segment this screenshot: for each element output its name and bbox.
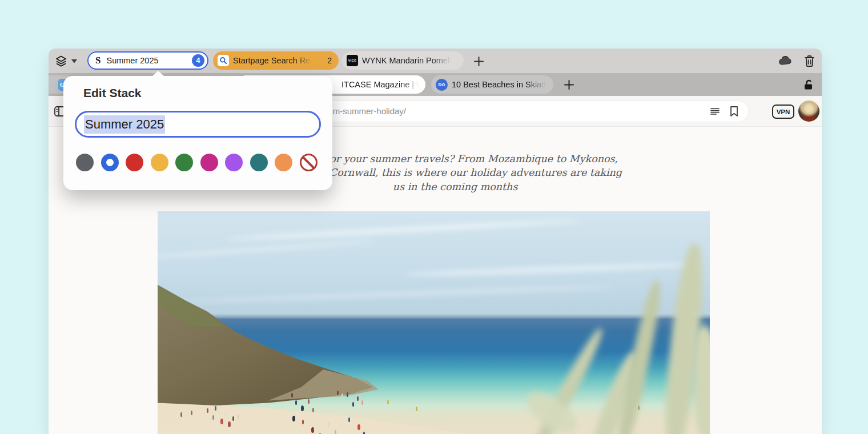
- plus-icon: [474, 57, 484, 66]
- cloud-streak: [226, 218, 580, 242]
- color-swatch-red[interactable]: [126, 154, 143, 171]
- tab-bar: S Summer 2025 4 Startpage Search Resu 2 …: [49, 49, 822, 73]
- startpage-favicon: [218, 55, 229, 66]
- suitcase-s-favicon: S: [95, 55, 101, 66]
- stack-color-picker: [76, 154, 318, 171]
- color-swatch-blue[interactable]: [101, 154, 119, 171]
- new-tab-in-stack-button[interactable]: [561, 77, 576, 92]
- tab-best-beaches-skiathos[interactable]: DG 10 Best Beaches in Skiatho: [431, 75, 553, 94]
- startpage-tab-title: Startpage Search Resu: [233, 56, 314, 65]
- startpage-tab-count: 2: [327, 56, 332, 65]
- url-text: eam-summer-holiday/: [323, 101, 406, 122]
- beach-photo: [158, 211, 710, 434]
- suitcase-tab-title: ITCASE Magazine | Whe: [341, 80, 421, 89]
- beaches-tab-title: 10 Best Beaches in Skiatho: [452, 80, 549, 89]
- tab-startpage-search[interactable]: Startpage Search Resu 2: [213, 51, 339, 70]
- profile-avatar[interactable]: [798, 101, 819, 122]
- wynk-tab-title: WYNK Mandarin Pomelo T: [362, 56, 453, 65]
- stack-count-badge: 4: [192, 54, 204, 67]
- new-tab-button[interactable]: [471, 54, 486, 69]
- color-swatch-green[interactable]: [175, 154, 193, 171]
- trash-icon[interactable]: [803, 54, 818, 69]
- plus-icon: [564, 80, 574, 90]
- tab-stack-summer-2025[interactable]: S Summer 2025 4: [87, 51, 208, 70]
- color-swatch-none[interactable]: [300, 154, 318, 171]
- color-swatch-gray[interactable]: [76, 154, 94, 171]
- bookmark-icon[interactable]: [729, 106, 740, 117]
- popup-arrow: [152, 71, 164, 76]
- popup-title: Edit Stack: [83, 86, 142, 100]
- beach-people: [158, 211, 159, 216]
- tab-wynk-article[interactable]: VICE WYNK Mandarin Pomelo T: [342, 51, 464, 70]
- edit-stack-popup: Edit Stack Summer 2025: [63, 76, 332, 190]
- vice-favicon: VICE: [347, 55, 358, 66]
- color-swatch-teal[interactable]: [250, 154, 268, 171]
- stack-name-input[interactable]: Summer 2025: [75, 111, 321, 138]
- search-icon: [219, 57, 227, 65]
- vpn-badge[interactable]: VPN: [772, 105, 794, 119]
- color-swatch-magenta[interactable]: [200, 154, 218, 171]
- color-swatch-purple[interactable]: [225, 154, 243, 171]
- unlock-icon[interactable]: [802, 79, 814, 91]
- color-swatch-amber[interactable]: [151, 154, 168, 171]
- selected-input-text: Summer 2025: [84, 115, 165, 134]
- layers-icon: [54, 54, 68, 68]
- cloud-streak: [403, 261, 700, 278]
- tab-stack-menu-button[interactable]: [54, 53, 83, 69]
- sync-cloud-icon[interactable]: [778, 54, 793, 69]
- dg-favicon: DG: [436, 79, 448, 91]
- cloud-streak: [158, 239, 375, 260]
- reader-view-icon[interactable]: [709, 106, 721, 117]
- color-swatch-orange[interactable]: [275, 154, 292, 171]
- cloud-streak: [180, 284, 614, 305]
- stack-tab-title: Summer 2025: [106, 56, 158, 65]
- chevron-down-icon: [71, 59, 77, 63]
